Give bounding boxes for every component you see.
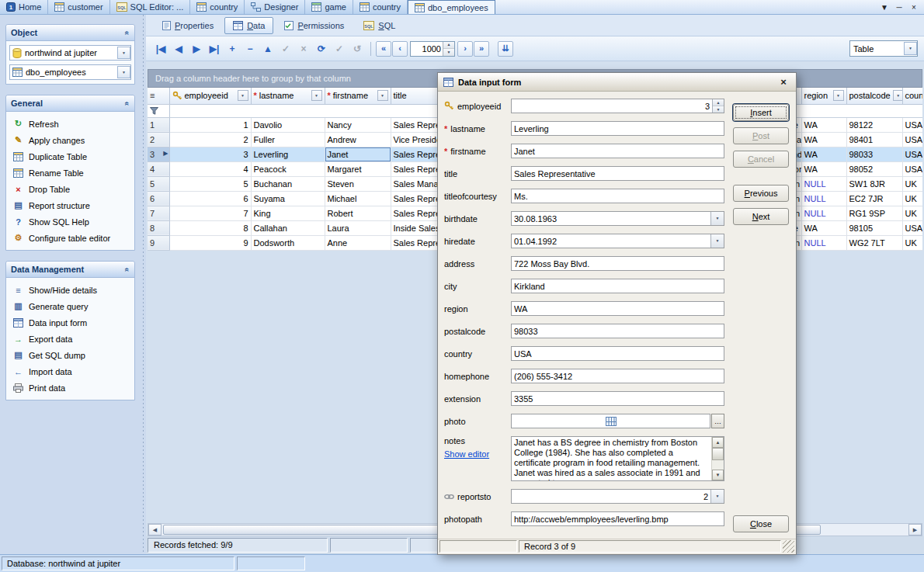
previous-button[interactable]: Previous	[733, 185, 789, 202]
cell-country[interactable]: USA	[902, 161, 922, 176]
grid-corner-cell[interactable]: ≡	[148, 88, 169, 104]
address-input[interactable]	[511, 256, 724, 271]
dialog-close-button[interactable]: ×	[776, 75, 790, 89]
sidebar-item-configure-table-editor[interactable]: ⚙ Configure table editor	[9, 230, 131, 246]
notes-input[interactable]: Janet has a BS degree in chemistry from …	[511, 436, 724, 481]
view-mode-select[interactable]: Table ▼	[849, 40, 918, 57]
cell-lastname[interactable]: Peacock	[251, 161, 325, 176]
sidebar-item-print-data[interactable]: Print data	[9, 380, 131, 396]
cell-postalcode[interactable]: 98033	[846, 147, 902, 161]
sidebar-item-generate-query[interactable]: ▥ Generate query	[9, 298, 131, 314]
region-input[interactable]	[511, 301, 724, 316]
tab-sql[interactable]: SQL SQL	[355, 17, 404, 34]
first-page-button[interactable]: «	[376, 41, 391, 57]
cell-postalcode[interactable]: 98401	[846, 132, 902, 147]
cell-firstname[interactable]: Robert	[325, 206, 391, 220]
photo-browse-button[interactable]: …	[711, 414, 724, 428]
post-button[interactable]: Post	[733, 127, 789, 144]
cell-firstname[interactable]: Janet	[325, 147, 391, 161]
scroll-left-button[interactable]: ◀	[148, 524, 162, 536]
firstname-input[interactable]	[511, 144, 724, 158]
window-tab-sql-editor[interactable]: SQL SQL Editor: ...	[110, 0, 191, 14]
cell-lastname[interactable]: Davolio	[251, 117, 325, 132]
column-header-lastname[interactable]: *lastname▼	[251, 88, 325, 104]
row-header[interactable]: 6▶	[148, 191, 169, 206]
sidebar-item-show-sql-help[interactable]: ? Show SQL Help	[9, 213, 131, 230]
cell-lastname[interactable]: Callahan	[251, 220, 325, 235]
window-tab-country-2[interactable]: country	[353, 0, 408, 14]
filter-cell[interactable]	[148, 104, 169, 117]
cell-region[interactable]: NULL	[801, 206, 846, 220]
hiredate-value[interactable]	[512, 234, 710, 248]
cell-lastname[interactable]: King	[251, 206, 325, 220]
cell-postalcode[interactable]: SW1 8JR	[846, 176, 902, 191]
cell-employeeid[interactable]: 2	[169, 132, 251, 147]
row-header[interactable]: 8▶	[148, 220, 169, 235]
prev-page-button[interactable]: ‹	[392, 41, 408, 57]
cell-region[interactable]: WA	[801, 161, 846, 176]
cell-employeeid[interactable]: 5	[169, 176, 251, 191]
show-editor-link[interactable]: Show editor	[444, 449, 489, 459]
database-select[interactable]: northwind at jupiter ▼	[9, 45, 131, 61]
sidebar-item-drop-table[interactable]: × Drop Table	[9, 181, 131, 197]
sidebar-item-get-sql-dump[interactable]: ▤ Get SQL dump	[9, 347, 131, 363]
photopath-input[interactable]	[511, 511, 724, 526]
row-header[interactable]: 2▶	[148, 132, 169, 147]
lastname-input[interactable]	[511, 121, 724, 136]
sidebar-splitter[interactable]	[141, 15, 146, 554]
resize-grip[interactable]	[783, 540, 794, 553]
extension-input[interactable]	[511, 391, 724, 406]
collapse-chevron-icon[interactable]: «	[123, 30, 132, 35]
cell-employeeid[interactable]: 1	[169, 117, 251, 132]
edit-record-button[interactable]: ▲	[259, 40, 276, 57]
cancel-edit-button[interactable]: ×	[295, 40, 312, 57]
row-header[interactable]: 5▶	[148, 176, 169, 191]
cell-region[interactable]: WA	[801, 220, 846, 235]
birthdate-value[interactable]	[512, 212, 710, 225]
cell-country[interactable]: UK	[902, 176, 922, 191]
dropdown-icon[interactable]: ▼	[904, 42, 917, 55]
cell-firstname[interactable]: Steven	[325, 176, 391, 191]
window-tab-dbo-employees[interactable]: dbo_employees	[408, 0, 495, 14]
scroll-down-button[interactable]: ▼	[712, 470, 724, 480]
cancel-button[interactable]: Cancel	[733, 151, 789, 168]
table-select[interactable]: dbo_employees ▼	[9, 64, 131, 80]
cell-firstname[interactable]: Anne	[325, 235, 391, 250]
fetch-count-value[interactable]	[411, 42, 443, 56]
sidebar-item-report-structure[interactable]: ▤ Report structure	[9, 197, 131, 213]
cell-firstname[interactable]: Andrew	[325, 132, 391, 147]
tab-properties[interactable]: Properties	[154, 17, 222, 34]
fetch-all-button[interactable]: ⇊	[498, 41, 513, 57]
last-page-button[interactable]: »	[474, 41, 489, 57]
cell-employeeid[interactable]: 8	[169, 220, 251, 235]
cell-postalcode[interactable]: 98105	[846, 220, 902, 235]
filter-dropdown-icon[interactable]: ▼	[833, 90, 844, 101]
cell-country[interactable]: USA	[902, 147, 922, 161]
birthdate-input[interactable]: ▼	[511, 211, 724, 226]
reportsto-value[interactable]	[512, 490, 710, 503]
dropdown-icon[interactable]: ▼	[710, 212, 724, 225]
post-edit-button[interactable]: ✓	[277, 40, 294, 57]
row-header[interactable]: 9▶	[148, 235, 169, 250]
title-input[interactable]	[511, 166, 724, 181]
spinner[interactable]: ▲▼	[712, 99, 724, 113]
cell-postalcode[interactable]: EC2 7JR	[846, 191, 902, 206]
cell-country[interactable]: UK	[902, 235, 922, 250]
cell-region[interactable]: WA	[801, 117, 846, 132]
prior-record-button[interactable]: ◀	[170, 40, 187, 57]
filter-dropdown-icon[interactable]: ▼	[238, 90, 248, 101]
close-button[interactable]: Close	[733, 515, 789, 532]
cell-country[interactable]: USA	[902, 117, 922, 132]
insert-button[interactable]: Insert	[733, 104, 789, 121]
cell-postalcode[interactable]: 98122	[846, 117, 902, 132]
sidebar-item-export-data[interactable]: → Export data	[9, 331, 131, 347]
sidebar-item-apply-changes[interactable]: ✎ Apply changes	[9, 132, 131, 148]
commit-transaction-button[interactable]: ✓	[331, 40, 348, 57]
cell-employeeid[interactable]: 3	[169, 147, 251, 161]
column-header-postalcode[interactable]: postalcode▼	[846, 88, 902, 104]
cell-employeeid[interactable]: 7	[169, 206, 251, 220]
refresh-records-button[interactable]: ⟳	[313, 40, 330, 57]
sidebar-item-show-hide-details[interactable]: ≡ Show/Hide details	[9, 282, 131, 298]
cell-lastname[interactable]: Leverling	[251, 147, 325, 161]
dropdown-icon[interactable]: ▼	[117, 66, 130, 78]
